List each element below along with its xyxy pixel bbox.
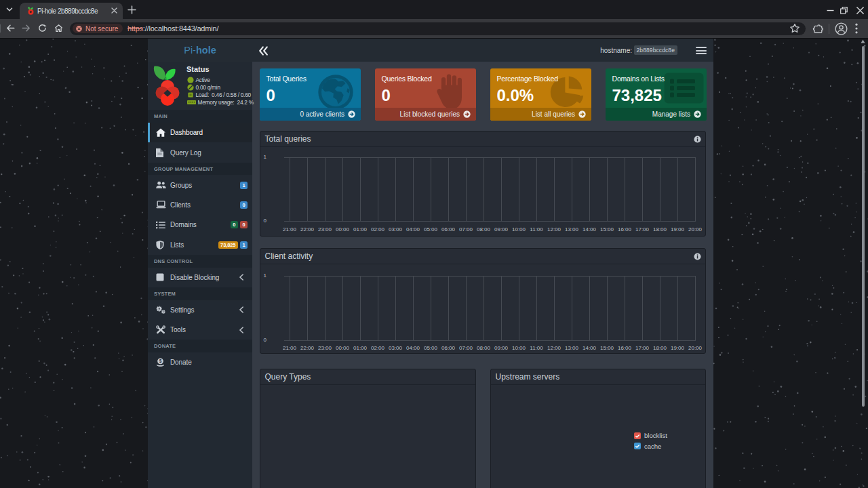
svg-text:$: $	[159, 359, 162, 364]
